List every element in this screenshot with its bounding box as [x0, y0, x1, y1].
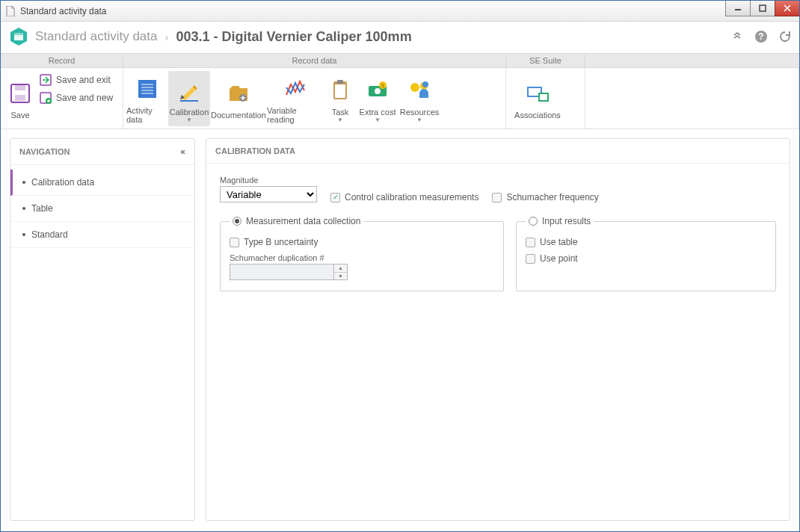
- titlebar: Standard activity data: [1, 1, 799, 22]
- save-and-exit-button[interactable]: Save and exit: [40, 72, 113, 87]
- save-button[interactable]: Save: [4, 71, 37, 126]
- svg-rect-6: [14, 33, 23, 35]
- spinner: ▲ ▼: [334, 264, 348, 280]
- use-table-checkbox[interactable]: Use table: [526, 237, 766, 247]
- svg-text:?: ?: [758, 31, 763, 42]
- ribbon-group-labels: Record Record data SE Suite: [1, 53, 799, 68]
- resources-button[interactable]: Resources ▼: [399, 71, 440, 126]
- spin-down-button[interactable]: ▼: [334, 273, 347, 280]
- navigation-header: NAVIGATION: [19, 147, 70, 156]
- svg-point-26: [375, 88, 381, 94]
- svg-rect-23: [335, 84, 345, 98]
- header: Standard activity data › 003.1 - Digital…: [1, 22, 799, 53]
- save-and-new-button[interactable]: Save and new: [40, 90, 113, 105]
- document-icon: [5, 6, 16, 16]
- spin-up-button[interactable]: ▲: [334, 265, 347, 273]
- variable-reading-button[interactable]: Variable reading: [267, 71, 324, 126]
- checkbox-icon: [230, 238, 239, 247]
- extra-cost-icon: $: [365, 78, 390, 103]
- schumacher-frequency-checkbox[interactable]: Schumacher frequency: [492, 192, 598, 202]
- calibration-icon: [176, 78, 202, 103]
- chevron-down-icon: ▼: [416, 118, 422, 123]
- svg-rect-15: [138, 80, 156, 98]
- extra-cost-button[interactable]: $ Extra cost ▼: [357, 71, 399, 126]
- chevron-down-icon: ▼: [337, 118, 343, 123]
- chevron-down-icon: ▼: [186, 118, 192, 123]
- activity-data-button[interactable]: Activity data: [126, 71, 168, 126]
- form-header: CALIBRATION DATA: [206, 139, 790, 164]
- page-title: 003.1 - Digital Vernier Caliper 100mm: [176, 29, 411, 45]
- magnitude-label: Magnitude: [220, 176, 317, 185]
- svg-point-31: [422, 81, 428, 87]
- help-icon[interactable]: ?: [754, 30, 768, 43]
- svg-rect-24: [337, 80, 343, 84]
- chevron-right-icon: ›: [164, 31, 168, 43]
- type-b-uncertainty-checkbox[interactable]: Type B uncertainty: [230, 237, 494, 247]
- window-controls: [726, 0, 800, 16]
- ribbon-group-record-data: Record data: [123, 54, 506, 67]
- task-icon: [327, 78, 353, 103]
- task-button[interactable]: Task ▼: [324, 71, 357, 126]
- svg-text:$: $: [381, 82, 385, 89]
- associations-button[interactable]: Associations: [509, 71, 566, 126]
- resources-icon: [407, 78, 432, 103]
- measurement-data-fieldset: Measurement data collection Type B uncer…: [220, 216, 504, 291]
- ribbon-group-record: Record: [1, 54, 123, 67]
- bullet-icon: [22, 181, 25, 184]
- maximize-button[interactable]: [750, 0, 775, 16]
- navigation-panel: NAVIGATION « Calibration data Table Stan…: [10, 138, 195, 521]
- schumacher-dup-input[interactable]: [230, 264, 334, 280]
- save-exit-icon: [40, 74, 52, 86]
- svg-rect-11: [15, 95, 25, 101]
- svg-rect-10: [15, 84, 25, 90]
- nav-item-calibration-data[interactable]: Calibration data: [10, 170, 194, 196]
- ribbon: Save Save and exit Save and new Activity…: [1, 68, 799, 129]
- checkbox-checked-icon: [330, 193, 340, 202]
- svg-rect-35: [540, 94, 547, 100]
- app-icon: [8, 26, 29, 47]
- activity-data-icon: [135, 76, 160, 102]
- breadcrumb-root[interactable]: Standard activity data: [35, 29, 157, 44]
- schumacher-dup-label: Schumacher duplication #: [230, 253, 494, 262]
- chevron-down-icon: ▼: [375, 118, 381, 123]
- variable-reading-icon: [283, 76, 308, 102]
- documentation-button[interactable]: Documentation: [210, 71, 267, 126]
- ribbon-group-se-suite: SE Suite: [506, 54, 585, 67]
- refresh-icon[interactable]: [778, 30, 792, 43]
- window-title: Standard activity data: [20, 6, 106, 16]
- nav-item-standard[interactable]: Standard: [10, 222, 194, 248]
- collapse-left-icon[interactable]: «: [180, 146, 185, 157]
- form-panel: CALIBRATION DATA Magnitude Variable Cont…: [206, 138, 790, 521]
- checkbox-icon: [526, 254, 535, 264]
- radio-checked-icon: [233, 217, 241, 226]
- checkbox-icon: [492, 193, 502, 202]
- bullet-icon: [22, 207, 25, 210]
- input-results-fieldset: Input results Use table Use point: [516, 216, 776, 291]
- nav-item-table[interactable]: Table: [10, 196, 194, 222]
- calibration-button[interactable]: Calibration ▼: [168, 71, 210, 126]
- svg-rect-1: [760, 5, 766, 11]
- svg-point-29: [410, 83, 419, 92]
- checkbox-icon: [526, 238, 535, 247]
- control-measurements-checkbox[interactable]: Control calibration measurements: [330, 192, 479, 202]
- close-button[interactable]: [775, 0, 800, 16]
- collapse-up-icon[interactable]: [730, 30, 744, 43]
- save-label: Save: [10, 111, 29, 120]
- documentation-icon: [226, 81, 251, 106]
- radio-icon: [529, 217, 538, 226]
- bullet-icon: [22, 233, 25, 236]
- magnitude-select[interactable]: Variable: [220, 186, 317, 202]
- save-icon: [7, 81, 33, 106]
- use-point-checkbox[interactable]: Use point: [526, 253, 766, 264]
- minimize-button[interactable]: [725, 0, 751, 16]
- measurement-legend[interactable]: Measurement data collection: [230, 216, 363, 226]
- associations-icon: [525, 81, 550, 106]
- input-results-legend[interactable]: Input results: [526, 216, 594, 226]
- save-new-icon: [40, 92, 52, 104]
